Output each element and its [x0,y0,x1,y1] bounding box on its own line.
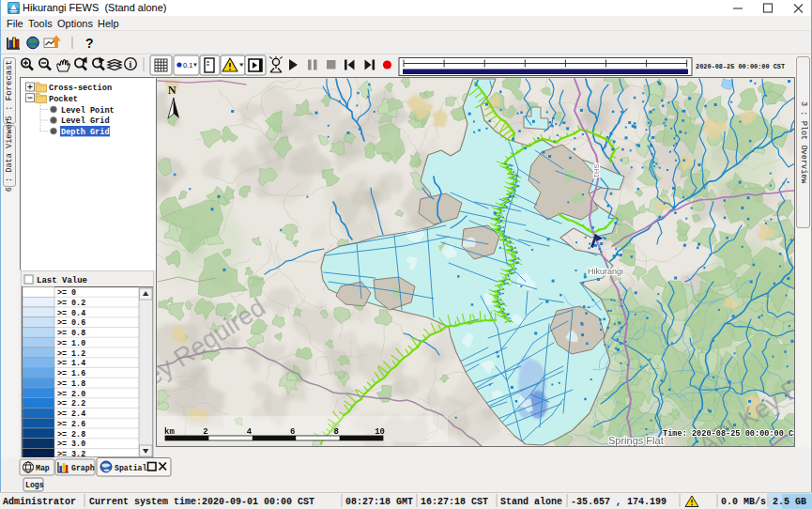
svg-text:km: km [164,427,175,437]
svg-text:>= 3.0: >= 3.0 [57,440,85,449]
svg-text:Last Value: Last Value [37,276,87,285]
svg-text:>= 0: >= 0 [57,288,76,298]
svg-text:Hikurangi: Hikurangi [588,267,623,276]
svg-text:Level Point: Level Point [61,106,115,116]
svg-text:>= 1.6: >= 1.6 [57,369,85,378]
svg-text:Graph: Graph [71,464,95,472]
svg-text:>= 1.0: >= 1.0 [57,339,85,348]
svg-text:>= 2.8: >= 2.8 [57,430,85,440]
svg-text:Cross-section: Cross-section [49,84,112,93]
svg-text:>= 3.2: >= 3.2 [57,450,85,457]
svg-text:>= 1.2: >= 1.2 [57,349,85,359]
svg-text:Stand alone: Stand alone [500,497,562,507]
svg-text:2: 2 [203,427,207,437]
svg-text:08:27:18 GMT: 08:27:18 GMT [345,497,413,507]
svg-text:2020-08-25 00:00:00 CST: 2020-08-25 00:00:00 CST [696,63,785,70]
svg-text:>= 1.8: >= 1.8 [57,379,85,389]
svg-text:0.1: 0.1 [183,61,192,69]
svg-text:>= 2.4: >= 2.4 [57,409,85,419]
svg-text:>= 1.4: >= 1.4 [57,359,85,368]
svg-text:Logs: Logs [25,481,44,489]
svg-text:>= 0.6: >= 0.6 [57,318,85,328]
svg-text:Spatial: Spatial [115,464,146,472]
svg-text:>= 2.6: >= 2.6 [57,420,85,429]
svg-text:6: 6 [290,427,295,437]
svg-text:-35.657 , 174.199: -35.657 , 174.199 [571,497,666,507]
svg-text:Current system time:2020-09-01: Current system time:2020-09-01 00:00 CST [89,497,314,507]
svg-text:16:27:18 CST: 16:27:18 CST [421,497,488,507]
svg-text:?: ? [85,36,94,51]
svg-text:Springs Flat: Springs Flat [608,435,664,446]
svg-text:Level Grid: Level Grid [61,116,110,126]
svg-text:8: 8 [333,427,338,437]
svg-text:i: i [130,59,132,69]
svg-text:>= 0.4: >= 0.4 [57,309,85,318]
svg-text:Depth Grid: Depth Grid [61,128,110,137]
svg-text:>= 0.2: >= 0.2 [57,299,85,308]
svg-text:>= 2.0: >= 2.0 [57,390,85,399]
svg-text:N: N [168,84,176,97]
svg-text:Time: 2020-08-25 00:00:00 CST: Time: 2020-08-25 00:00:00 CST [663,429,794,439]
svg-text:10: 10 [375,427,385,437]
svg-text:Map: Map [36,464,50,472]
svg-text:0.0 MB/s: 0.0 MB/s [721,497,766,507]
svg-text:4: 4 [247,427,253,437]
svg-text:>= 2.2: >= 2.2 [57,399,85,409]
svg-text:Administrator: Administrator [3,497,76,507]
svg-text:>= 0.8: >= 0.8 [57,329,85,338]
svg-text:2.5 GB: 2.5 GB [773,497,806,507]
svg-text:Pocket: Pocket [49,95,78,104]
svg-text:SH1: SH1 [592,163,601,178]
